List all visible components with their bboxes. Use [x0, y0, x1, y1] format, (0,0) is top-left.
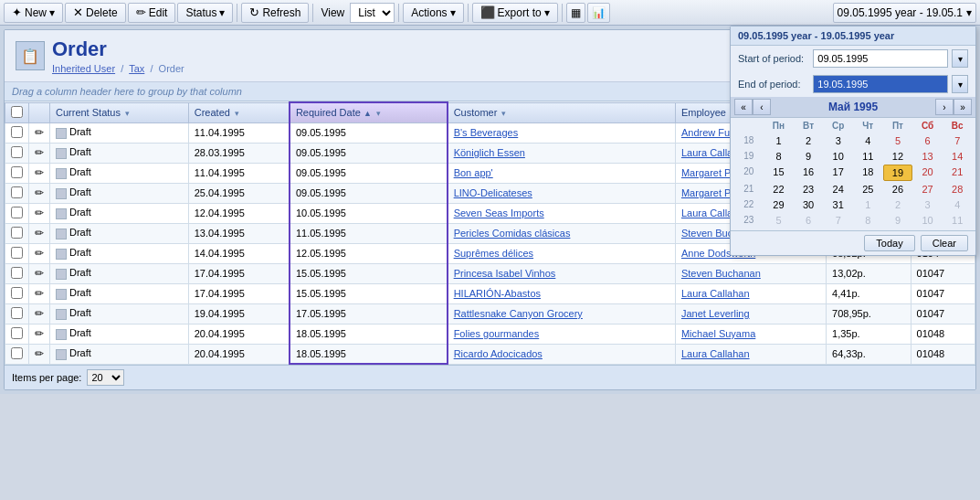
row-checkbox[interactable] [11, 267, 23, 279]
actions-button[interactable]: Actions ▾ [403, 3, 463, 23]
cal-day[interactable]: 4 [943, 197, 972, 212]
export-button[interactable]: ⬛ Export to ▾ [472, 3, 558, 23]
customer-link[interactable]: Folies gourmandes [454, 328, 540, 339]
customer-filter-icon[interactable]: ▾ [501, 109, 506, 118]
cal-day[interactable]: 6 [913, 133, 943, 148]
row-checkbox[interactable] [11, 247, 23, 259]
cal-day[interactable]: 2 [883, 197, 912, 212]
icon-btn2[interactable]: 📊 [587, 3, 610, 23]
cal-day[interactable]: 21 [943, 165, 972, 181]
customer-link[interactable]: Suprêmes délices [454, 248, 533, 259]
date-range-display[interactable]: 09.05.1995 year - 19.05.1 ▾ [833, 3, 976, 23]
status-filter-icon[interactable]: ▾ [125, 109, 130, 118]
cal-day[interactable]: 13 [913, 149, 943, 164]
row-edit-icon[interactable]: ✏ [35, 207, 44, 219]
row-checkbox[interactable] [11, 126, 23, 138]
row-edit-icon[interactable]: ✏ [35, 307, 44, 320]
created-filter-icon[interactable]: ▾ [235, 109, 239, 118]
breadcrumb-tax[interactable]: Tax [129, 63, 144, 74]
cal-day[interactable]: 12 [883, 149, 912, 164]
row-checkbox[interactable] [11, 146, 23, 158]
employee-link[interactable]: Steven Buchanan [681, 268, 761, 279]
customer-link[interactable]: B's Beverages [454, 127, 519, 138]
col-header-created[interactable]: Created ▾ [188, 102, 290, 122]
cal-end-input[interactable] [813, 75, 948, 93]
cal-day[interactable]: 2 [794, 133, 823, 148]
employee-link[interactable]: Michael Suyama [681, 328, 755, 339]
row-edit-icon[interactable]: ✏ [35, 126, 44, 139]
row-edit-icon[interactable]: ✏ [35, 347, 44, 360]
customer-link[interactable]: Ricardo Adocicados [454, 348, 543, 359]
cal-day[interactable]: 11 [943, 213, 972, 228]
cal-day[interactable]: 1 [764, 133, 794, 148]
customer-link[interactable]: Rattlesnake Canyon Grocery [454, 308, 583, 319]
col-header-status[interactable]: Current Status ▾ [50, 102, 189, 122]
row-checkbox[interactable] [11, 186, 23, 198]
cal-day[interactable]: 11 [854, 149, 883, 164]
row-edit-icon[interactable]: ✏ [35, 327, 44, 340]
items-per-page-select[interactable]: 20 50 100 [87, 369, 124, 386]
cal-day[interactable]: 20 [913, 165, 943, 181]
row-edit-icon[interactable]: ✏ [35, 267, 44, 280]
cal-day[interactable]: 7 [824, 213, 853, 228]
cal-next-next-btn[interactable]: » [954, 99, 972, 115]
cal-day[interactable]: 17 [824, 165, 853, 181]
employee-link[interactable]: Laura Callahan [681, 288, 750, 299]
cal-day[interactable]: 19 [883, 165, 912, 181]
cal-day[interactable]: 10 [824, 149, 853, 164]
cal-day[interactable]: 29 [764, 197, 794, 212]
cal-day[interactable]: 27 [913, 182, 943, 197]
cal-day[interactable]: 26 [883, 182, 912, 197]
cal-day[interactable]: 14 [943, 149, 972, 164]
cal-day[interactable]: 18 [854, 165, 883, 181]
customer-link[interactable]: Princesa Isabel Vinhos [454, 268, 556, 279]
cal-prev-prev-btn[interactable]: « [734, 99, 753, 115]
customer-link[interactable]: Pericles Comidas clásicas [454, 228, 571, 239]
cal-day[interactable]: 5 [883, 133, 912, 148]
required-date-filter-icon[interactable]: ▾ [376, 109, 381, 118]
cal-day[interactable]: 25 [854, 182, 883, 197]
row-checkbox[interactable] [11, 227, 23, 239]
cal-day[interactable]: 31 [824, 197, 853, 212]
cal-day[interactable]: 4 [854, 133, 883, 148]
row-edit-icon[interactable]: ✏ [35, 186, 44, 199]
cal-today-btn[interactable]: Today [864, 235, 914, 251]
cal-day[interactable]: 9 [883, 213, 912, 228]
employee-link[interactable]: Janet Leverling [681, 308, 750, 319]
view-select[interactable]: List [350, 3, 395, 23]
customer-link[interactable]: Bon app' [454, 167, 493, 178]
cal-day[interactable]: 16 [794, 165, 823, 181]
row-checkbox[interactable] [11, 207, 23, 218]
cal-day[interactable]: 8 [764, 149, 794, 164]
cal-clear-btn[interactable]: Clear [921, 235, 968, 251]
cal-day[interactable]: 3 [913, 197, 943, 212]
col-header-required-date[interactable]: Required Date ▲ ▾ [290, 102, 448, 122]
row-edit-icon[interactable]: ✏ [35, 227, 44, 239]
cal-day[interactable]: 6 [794, 213, 823, 228]
row-edit-icon[interactable]: ✏ [35, 247, 44, 260]
edit-button[interactable]: ✏ Edit [128, 3, 176, 23]
cal-day[interactable]: 9 [794, 149, 823, 164]
row-edit-icon[interactable]: ✏ [35, 146, 44, 159]
cal-day[interactable]: 1 [854, 197, 883, 212]
status-button[interactable]: Status ▾ [177, 3, 233, 23]
cal-day[interactable]: 22 [764, 182, 794, 197]
new-button[interactable]: ✦ New ▾ [4, 3, 63, 23]
customer-link[interactable]: LINO-Delicateses [454, 187, 532, 198]
customer-link[interactable]: Königlich Essen [454, 147, 525, 158]
employee-link[interactable]: Laura Callahan [681, 348, 750, 359]
icon-btn1[interactable]: ▦ [566, 3, 585, 23]
customer-link[interactable]: Seven Seas Imports [454, 207, 544, 218]
cal-next-btn[interactable]: › [935, 99, 954, 115]
row-checkbox[interactable] [11, 347, 23, 359]
cal-day[interactable]: 28 [943, 182, 972, 197]
select-all-checkbox[interactable] [11, 106, 23, 118]
cal-day[interactable]: 5 [764, 213, 794, 228]
breadcrumb-inherited[interactable]: Inherited User [52, 63, 115, 74]
refresh-button[interactable]: ↻ Refresh [241, 3, 309, 23]
cal-day[interactable]: 3 [824, 133, 853, 148]
cal-day[interactable]: 24 [824, 182, 853, 197]
cal-start-input[interactable] [813, 49, 948, 68]
cal-day[interactable]: 10 [913, 213, 943, 228]
cal-day[interactable]: 30 [794, 197, 823, 212]
